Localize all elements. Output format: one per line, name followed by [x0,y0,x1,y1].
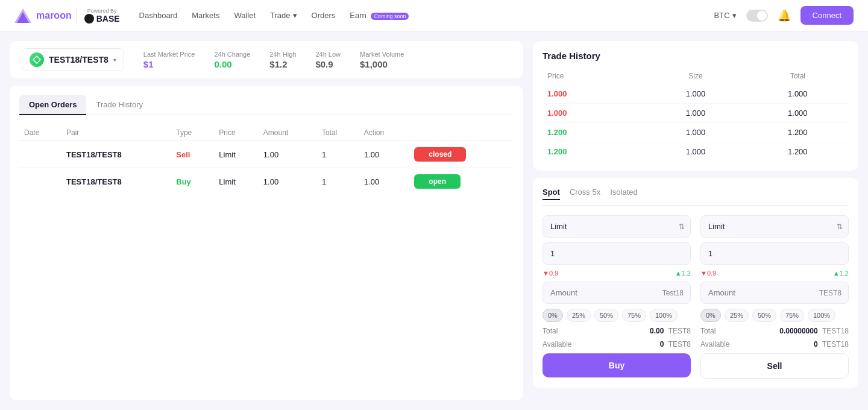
buy-button[interactable]: Buy [542,353,691,377]
sell-pct-0[interactable]: 0% [700,309,721,322]
order-amount: 1 [317,141,359,168]
nav-wallet[interactable]: Wallet [234,11,256,20]
order-price: 1.00 [259,141,317,168]
tab-open-orders[interactable]: Open Orders [19,95,86,115]
buy-available-currency: TEST8 [668,340,691,348]
buy-column: Limit Market ⇅ ▼0.9 ▲1.2 Test18 [542,215,691,379]
col-date: Date [19,125,61,141]
col-amount: Amount [259,125,317,141]
trade-total: 1.200 [747,142,849,162]
th-size: Size [644,68,746,84]
list-item: 1.000 1.000 1.000 [542,104,849,123]
tab-trade-history[interactable]: Trade History [86,95,153,115]
list-item: 1.200 1.000 1.200 [542,123,849,142]
buy-pct-25[interactable]: 25% [567,309,591,322]
order-action[interactable]: closed [409,141,514,168]
left-panel: TEST18/TEST8 ▾ Last Market Price $1 24h … [10,41,523,400]
buy-order-type-select[interactable]: Limit Market [542,215,691,238]
sell-available-row: Available 0 TEST18 [700,340,849,348]
powered-by-section: Powered By BASE [77,8,120,24]
buy-pct-75[interactable]: 75% [622,309,646,322]
volume-stat: Market Volume $1,000 [360,51,404,69]
order-action-btn[interactable]: closed [414,147,466,162]
sell-button[interactable]: Sell [700,353,849,379]
nav-orders[interactable]: Orders [312,11,336,20]
market-header: TEST18/TEST8 ▾ Last Market Price $1 24h … [10,41,523,78]
trade-price: 1.200 [542,142,644,162]
low-value: $0.9 [315,59,341,69]
connect-button[interactable]: Connect [800,6,854,25]
sell-pct-50[interactable]: 50% [752,309,776,322]
buy-order-type-wrapper: Limit Market ⇅ [542,215,691,238]
tab-spot[interactable]: Spot [542,188,560,200]
sell-price-low: ▼0.9 [700,270,716,277]
change-value: 0.00 [214,59,250,69]
trade-size: 1.000 [644,142,746,162]
logo-icon [14,8,31,23]
orders-panel: Open Orders Trade History Date Pair Type… [10,86,523,400]
base-logo: BASE [84,14,120,24]
buy-price-range: ▼0.9 ▲1.2 [542,270,691,277]
tab-isolated[interactable]: Isolated [610,188,638,200]
sell-column: Limit Market ⇅ ▼0.9 ▲1.2 TEST8 [700,215,849,379]
last-price-stat: Last Market Price $1 [143,51,195,69]
btc-label: BTC [714,11,730,20]
buy-price-input[interactable] [542,242,691,265]
chevron-down-icon: ▾ [293,11,297,20]
bell-icon[interactable]: 🔔 [778,9,791,22]
trading-form-panel: Spot Cross 5x Isolated Limit Market ⇅ [533,178,858,388]
svg-marker-2 [33,56,40,63]
trade-price: 1.000 [542,84,644,104]
sell-total-currency: TEST18 [822,327,849,335]
pair-name: TEST18/TEST8 [49,55,108,65]
nav-earn[interactable]: Earn Coming soon [350,11,409,20]
change-stat: 24h Change 0.00 [214,51,250,69]
col-pair: Pair [61,125,171,141]
base-label: BASE [96,14,120,24]
buy-total-currency: TEST8 [668,327,691,335]
sell-pct-25[interactable]: 25% [725,309,749,322]
nav-dashboard[interactable]: Dashboard [139,11,178,20]
trade-history-table: Price Size Total 1.000 1.000 1.000 1.000… [542,68,849,161]
order-action[interactable]: open [409,168,514,195]
order-price: 1.00 [259,168,317,195]
buy-total-value: 0.00 [650,327,664,335]
buy-pct-50[interactable]: 50% [594,309,618,322]
sell-total-label: Total [700,327,715,335]
col-total: Total [317,125,359,141]
sell-available-label: Available [700,340,729,348]
sell-total-row: Total 0.00000000 TEST18 [700,327,849,335]
last-price-value: $1 [143,59,195,69]
table-row: TEST18/TEST8 Sell Limit 1.00 1 1.00 clos… [19,141,514,168]
pair-chevron-icon: ▾ [113,57,116,63]
volume-label: Market Volume [360,51,404,58]
sell-price-input[interactable] [700,242,849,265]
trade-size: 1.000 [644,84,746,104]
sell-pct-100[interactable]: 100% [808,309,835,322]
high-stat: 24h High $1.2 [269,51,296,69]
volume-value: $1,000 [360,59,404,69]
base-circle-icon [84,14,94,24]
buy-pct-0[interactable]: 0% [542,309,563,322]
nav-markets[interactable]: Markets [192,11,219,20]
sell-pct-75[interactable]: 75% [780,309,804,322]
th-price: Price [542,68,644,84]
table-row: TEST18/TEST8 Buy Limit 1.00 1 1.00 open [19,168,514,195]
trade-history-title: Trade History [542,51,849,61]
theme-toggle[interactable] [746,10,768,22]
sell-available-currency: TEST18 [822,340,849,348]
buy-pct-100[interactable]: 100% [650,309,678,322]
btc-selector[interactable]: BTC ▾ [714,11,737,20]
buy-price-low: ▼0.9 [542,270,558,277]
buy-amount-currency: Test18 [662,289,684,297]
order-action-btn[interactable]: open [414,174,461,189]
change-label: 24h Change [214,51,250,58]
buy-available-label: Available [542,340,571,348]
pair-selector[interactable]: TEST18/TEST8 ▾ [22,48,124,71]
high-label: 24h High [269,51,296,58]
order-side: Sell [171,141,214,168]
sell-order-type-select[interactable]: Limit Market [700,215,849,238]
nav-trade[interactable]: Trade ▾ [270,11,297,20]
col-action: Action [359,125,410,141]
tab-cross[interactable]: Cross 5x [570,188,600,200]
